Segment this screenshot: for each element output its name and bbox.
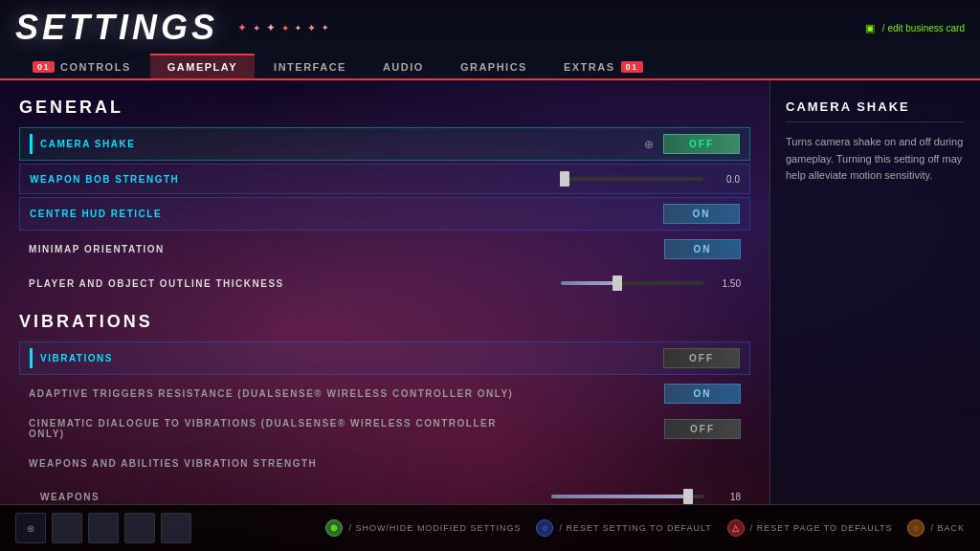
vibrations-toggle[interactable]: OFF [663,348,740,368]
weapons-slider-control: 18 [530,492,741,502]
adaptive-triggers-label: ADAPTIVE TRIGGERS RESISTANCE (DUALSENSE®… [29,388,530,399]
tab-gameplay[interactable]: GAMEPLAY [150,54,255,78]
adaptive-triggers-control: ON [530,384,741,404]
minimap-control: ON [530,239,741,259]
camera-shake-toggle[interactable]: OFF [663,134,740,154]
cinematic-dialogue-label: CINEMATIC DIALOGUE TO VIBRATIONS (DUALSE… [29,418,530,439]
char-icon-5[interactable] [161,513,191,543]
settings-panel: GENERAL CAMERA SHAKE ⊕ OFF WEAPON BOB ST… [0,80,769,504]
star-icon-7: ✦ [322,23,329,33]
char-icon-4[interactable] [124,513,155,543]
weapon-bob-track[interactable] [560,177,703,181]
camera-shake-row[interactable]: CAMERA SHAKE ⊕ OFF [19,127,750,161]
minimap-row[interactable]: MINIMAP ORIENTATION ON [19,233,750,265]
hint-back-btn: ○ [907,519,924,537]
tab-graphics-label: GRAPHICS [460,61,527,73]
weapon-bob-value: 0.0 [711,174,740,185]
edit-card-label[interactable]: / edit business card [882,23,965,33]
weapon-bob-label: WEAPON BOB STRENGTH [30,174,529,185]
weapons-fill [551,495,689,498]
vibrations-row[interactable]: VIBRATIONS OFF [19,342,750,375]
hint-back-label: / back [930,523,965,533]
weapons-abilities-row: WEAPONS AND ABILITIES VIBRATION STRENGTH [19,448,750,478]
cinematic-dialogue-control: OFF [530,419,741,439]
info-panel: CAMERA SHAKE Turns camera shake on and o… [769,80,980,504]
vibrations-section-title: VIBRATIONS [19,312,750,332]
extras-badge: 01 [621,61,643,73]
weapons-thumb[interactable] [683,489,693,504]
adaptive-triggers-toggle[interactable]: ON [664,384,741,404]
weapon-bob-row[interactable]: WEAPON BOB STRENGTH 0.0 [19,164,750,194]
edit-card-icon: ▣ [865,22,875,34]
centre-hud-control: ON [529,204,740,224]
hint-reset-page: △ / reset page to defaults [727,519,893,537]
tab-controls-label: CONTROLS [60,61,131,73]
header-right: ▣ / edit business card [865,22,965,34]
hint-show-modified: ⊕ / show/hide modified settings [325,519,521,537]
outline-value: 1.50 [712,278,741,289]
star-icon-2: ✦ [253,23,260,33]
minimap-toggle[interactable]: ON [664,239,741,259]
tab-graphics[interactable]: GRAPHICS [443,54,545,78]
tab-extras-label: EXTRAS [564,61,615,73]
header-icons: ✦ ✦ ✦ ✦ ✦ ✦ ✦ [237,21,329,34]
hint-show-btn: ⊕ [325,519,343,537]
char-icon-3[interactable] [88,513,119,543]
outline-fill [561,281,618,285]
hint-reset-setting-label: / reset setting to default [559,523,711,533]
centre-hud-toggle[interactable]: ON [663,204,740,224]
outline-label: PLAYER AND OBJECT OUTLINE THICKNESS [29,278,530,289]
star-icon-5: ✦ [295,24,301,33]
vibrations-border [30,348,33,368]
star-icon-3: ✦ [266,21,276,34]
star-icon-6: ✦ [307,22,316,34]
centre-hud-row[interactable]: CENTRE HUD RETICLE ON [19,197,750,231]
hint-reset-page-btn: △ [727,519,745,537]
hint-reset-setting: ○ / reset setting to default [536,519,711,537]
minimap-label: MINIMAP ORIENTATION [29,244,530,254]
weapons-slider-row[interactable]: WEAPONS 18 [19,481,750,504]
hint-show-label: / show/hide modified settings [348,523,521,533]
tab-audio-label: AUDIO [383,61,424,73]
adaptive-triggers-row[interactable]: ADAPTIVE TRIGGERS RESISTANCE (DUALSENSE®… [19,378,750,409]
star-icon-4: ✦ [281,23,289,33]
char-icon-1: ⊛ [15,513,46,543]
weapon-bob-thumb[interactable] [560,171,569,187]
camera-shake-icon: ⊕ [644,138,654,151]
vibrations-label: VIBRATIONS [40,353,529,364]
footer: ⊛ ⊕ / show/hide modified settings ○ / re… [0,504,980,551]
star-icon-1: ✦ [237,21,247,34]
tab-audio[interactable]: AUDIO [366,54,441,78]
nav-tabs: 01 CONTROLS GAMEPLAY INTERFACE AUDIO GRA… [15,54,965,78]
controls-badge: 01 [33,61,55,73]
outline-thumb[interactable] [612,276,622,291]
centre-hud-label: CENTRE HUD RETICLE [30,209,529,219]
page-title: SETTINGS [15,8,218,48]
hint-reset-setting-btn: ○ [536,519,553,537]
weapon-bob-control: 0.0 [529,174,740,185]
footer-left: ⊛ [15,513,191,543]
outline-track[interactable] [561,281,704,285]
hint-reset-page-label: / reset page to defaults [750,523,893,533]
row-border [30,134,33,154]
camera-shake-control: ⊕ OFF [529,134,740,154]
general-section-title: GENERAL [19,98,750,118]
tab-interface-label: INTERFACE [274,61,346,73]
header: SETTINGS ✦ ✦ ✦ ✦ ✦ ✦ ✦ ▣ / edit business… [0,0,980,80]
info-title: CAMERA SHAKE [786,99,965,122]
cinematic-dialogue-row[interactable]: CINEMATIC DIALOGUE TO VIBRATIONS (DUALSE… [19,412,750,445]
outline-row[interactable]: PLAYER AND OBJECT OUTLINE THICKNESS 1.50 [19,268,750,298]
vibrations-control: OFF [529,348,740,368]
tab-controls[interactable]: 01 CONTROLS [15,54,148,78]
char-icon-2[interactable] [52,513,82,543]
camera-shake-label: CAMERA SHAKE [40,139,529,149]
weapons-track[interactable] [551,495,704,498]
tab-interface[interactable]: INTERFACE [256,54,364,78]
tab-gameplay-label: GAMEPLAY [167,61,237,73]
outline-control: 1.50 [530,278,741,289]
cinematic-dialogue-toggle[interactable]: OFF [664,419,741,439]
info-text: Turns camera shake on and off during gam… [786,134,965,185]
weapons-abilities-label: WEAPONS AND ABILITIES VIBRATION STRENGTH [29,458,741,469]
tab-extras[interactable]: EXTRAS 01 [546,54,660,78]
main-content: GENERAL CAMERA SHAKE ⊕ OFF WEAPON BOB ST… [0,80,980,504]
